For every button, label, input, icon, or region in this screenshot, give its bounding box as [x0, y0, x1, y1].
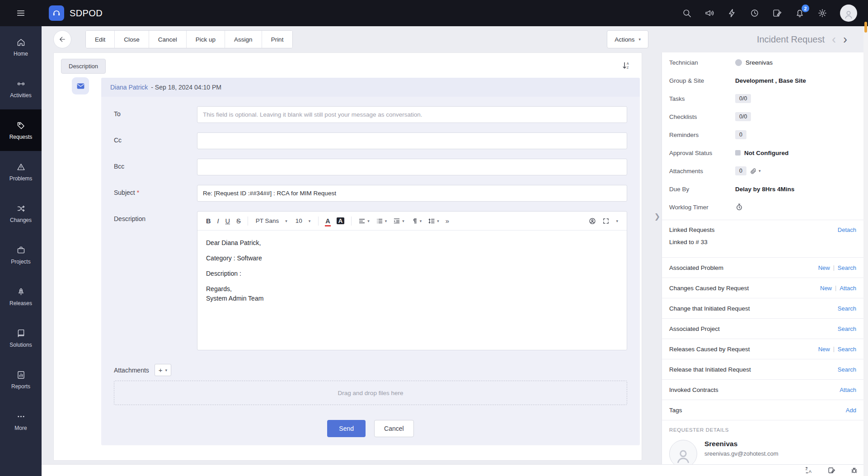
align-button[interactable]: ▾ [355, 217, 373, 225]
font-size-select[interactable]: 10▾ [291, 217, 315, 224]
tags-add-link[interactable]: Add [846, 407, 856, 414]
description-label: Description [114, 211, 197, 222]
chevron-down-icon: ▾ [437, 219, 439, 223]
sidebar-item-home[interactable]: Home [0, 26, 42, 68]
actions-dropdown-button[interactable]: Actions ▾ [607, 30, 648, 48]
changes-caused-by-request-attach-link[interactable]: Attach [840, 285, 856, 292]
text-color-button[interactable]: A [322, 217, 333, 225]
sidebar-item-projects[interactable]: Projects [0, 234, 42, 276]
back-button[interactable] [53, 30, 71, 48]
sidebar-item-solutions[interactable]: Solutions [0, 317, 42, 359]
page-scrollbar[interactable] [863, 26, 868, 476]
cancel-button[interactable]: Cancel [149, 31, 186, 48]
scrollbar-thumb[interactable] [864, 22, 867, 33]
sidebar-item-requests[interactable]: Requests [0, 109, 42, 151]
changes-caused-by-request-new-link[interactable]: New [820, 285, 832, 292]
attachments-label: Attachments [114, 367, 149, 374]
edit-button[interactable]: Edit [86, 31, 114, 48]
fullscreen-button[interactable] [599, 217, 613, 225]
recent-items-icon[interactable] [750, 8, 760, 18]
editor-body[interactable]: Dear Diana Patrick,Category : SoftwareDe… [197, 231, 627, 350]
close-button[interactable]: Close [114, 31, 149, 48]
details-panel-collapse-button[interactable]: ❯ [653, 207, 662, 225]
requester-avatar [669, 440, 697, 464]
font-family-select[interactable]: PT Sans▾ [252, 217, 291, 224]
print-button[interactable]: Print [262, 31, 293, 48]
cancel-compose-button[interactable]: Cancel [374, 420, 414, 437]
sidebar-item-releases[interactable]: Releases [0, 276, 42, 317]
add-attachment-button[interactable]: +▾ [155, 364, 171, 376]
line-spacing-button[interactable]: ▾ [425, 217, 442, 225]
menu-toggle-button[interactable] [0, 8, 42, 18]
count-badge: 0/0 [735, 112, 751, 121]
request-details-panel: TechnicianSreenivasGroup & SiteDevelopme… [662, 52, 863, 464]
feedback-note-icon[interactable] [828, 467, 835, 474]
technician-avatar [735, 59, 742, 66]
send-button[interactable]: Send [327, 420, 366, 437]
sidebar-item-changes[interactable]: Changes [0, 193, 42, 234]
sidebar-item-more[interactable]: More [0, 401, 42, 442]
user-avatar[interactable] [840, 5, 857, 22]
subject-input[interactable] [197, 185, 627, 202]
translate-icon[interactable]: ZA [805, 467, 813, 474]
associated-project-search-link[interactable]: Search [838, 325, 856, 332]
release-that-initiated-request-search-link[interactable]: Search [838, 366, 856, 373]
bcc-input[interactable] [197, 159, 627, 175]
cc-input[interactable] [197, 132, 627, 149]
linked-requests-section: Linked Requests Detach Linked to # 33 [662, 220, 863, 257]
invoked-contracts-attach-link[interactable]: Attach [840, 386, 856, 393]
paragraph-direction-button[interactable]: ▾ [408, 217, 425, 225]
sort-order-button[interactable]: AZ [622, 61, 631, 70]
bold-button[interactable]: B [203, 217, 214, 225]
attachments-menu-button[interactable]: ▾ [750, 168, 761, 174]
tab-description[interactable]: Description [61, 59, 106, 74]
separator: | [833, 264, 835, 271]
feedback-icon[interactable] [772, 8, 782, 18]
detail-label: Checklists [669, 113, 735, 120]
linked-requests-detach-link[interactable]: Detach [838, 226, 856, 233]
indent-button[interactable]: ▾ [390, 217, 408, 225]
italic-button[interactable]: I [214, 217, 222, 225]
toolbar-collapse-button[interactable]: ▾ [613, 219, 621, 223]
association-label: Invoked Contracts [669, 386, 718, 393]
settings-icon[interactable] [817, 8, 827, 18]
assign-button[interactable]: Assign [225, 31, 262, 48]
association-label: Associated Problem [669, 264, 723, 271]
releases-caused-by-request-new-link[interactable]: New [818, 346, 830, 353]
message-author-link[interactable]: Diana Patrick [110, 84, 148, 91]
previous-request-button[interactable]: ‹ [832, 33, 836, 46]
releases-caused-by-request-search-link[interactable]: Search [838, 346, 856, 353]
list-button[interactable]: ▾ [373, 217, 390, 225]
sidebar-item-activities[interactable]: Activities [0, 68, 42, 109]
strikethrough-button[interactable]: S [233, 217, 244, 225]
more-formatting-button[interactable]: » [442, 217, 452, 225]
to-input[interactable] [197, 106, 627, 123]
attachment-dropzone[interactable]: Drag and drop files here [114, 381, 627, 405]
svg-text:A: A [627, 62, 629, 65]
attachments-row: Attachments +▾ [114, 364, 627, 376]
worklog-timer-button[interactable] [735, 203, 743, 211]
insert-user-button[interactable] [586, 217, 599, 225]
separator: | [835, 285, 836, 291]
change-that-initiated-request-search-link[interactable]: Search [838, 305, 856, 312]
notifications-icon[interactable]: 2 [795, 8, 805, 18]
underline-button[interactable]: U [222, 217, 233, 225]
sidebar-item-reports[interactable]: Reports [0, 359, 42, 401]
bug-report-icon[interactable] [850, 467, 858, 474]
worklog-timer-row: Worklog Timer [662, 198, 863, 216]
next-request-button[interactable]: › [843, 33, 847, 46]
required-asterisk: * [137, 189, 139, 196]
announcements-icon[interactable] [704, 8, 714, 18]
due-by-row: Due ByDelay by 8Hrs 4Mins [662, 180, 863, 198]
associated-problem-search-link[interactable]: Search [838, 264, 856, 271]
pick-up-button[interactable]: Pick up [186, 31, 225, 48]
highlight-color-button[interactable]: A [333, 217, 347, 224]
linked-requests-value[interactable]: Linked to # 33 [669, 239, 856, 245]
detail-value: 0 [735, 130, 746, 139]
search-icon[interactable] [682, 8, 692, 18]
associated-problem-new-link[interactable]: New [818, 264, 830, 271]
sidebar-item-problems[interactable]: Problems [0, 151, 42, 193]
quick-actions-icon[interactable] [727, 8, 737, 18]
detail-label: Worklog Timer [669, 204, 735, 211]
chevron-down-icon: ▾ [402, 219, 404, 223]
